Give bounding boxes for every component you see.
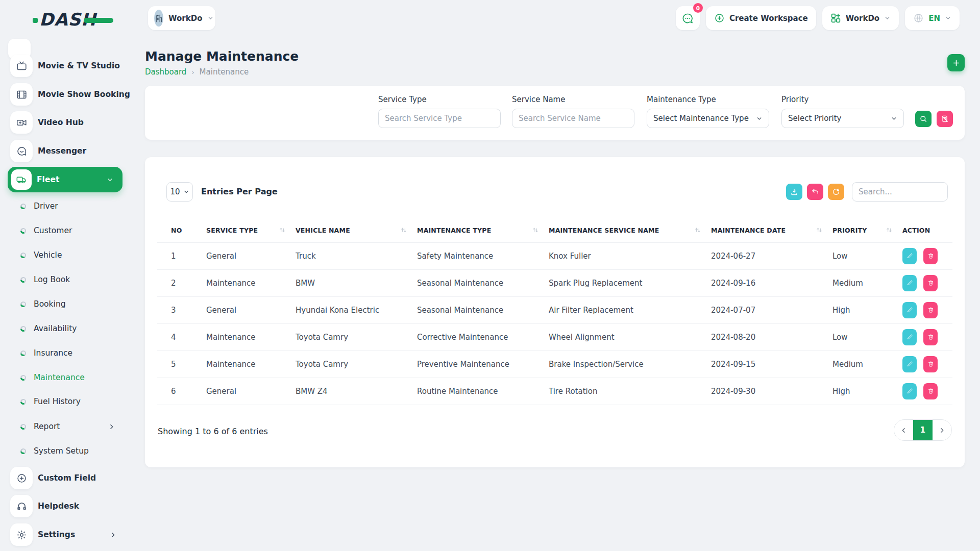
sidebar-item-messenger[interactable]: Messenger (0, 139, 131, 163)
sort-icon (695, 227, 701, 233)
undo-button[interactable] (807, 184, 823, 200)
next-page-button[interactable] (933, 419, 951, 441)
cell-vehicle-name: Truck (296, 242, 417, 269)
circle-bullet-icon (20, 448, 26, 454)
trash-icon (927, 280, 934, 286)
sidebar-item-vehicle[interactable]: Vehicle (0, 245, 131, 265)
circle-bullet-icon (20, 350, 26, 356)
page-number-current[interactable]: 1 (913, 419, 933, 441)
workspace-selector[interactable]: WorkDo (148, 6, 215, 30)
priority-select[interactable]: Select Priority (781, 109, 904, 128)
cell-service-type: General (206, 378, 296, 405)
sidebar-item-settings[interactable]: Settings (0, 522, 131, 547)
sidebar-item-insurance[interactable]: Insurance (0, 343, 131, 363)
column-header-no[interactable]: NO (157, 218, 206, 242)
cell-maintenance-service-name: Air Filter Replacement (549, 296, 711, 323)
chevron-down-icon (945, 15, 951, 21)
edit-button[interactable] (902, 356, 917, 372)
sidebar-item-availability[interactable]: Availability (0, 318, 131, 339)
film-icon (10, 83, 33, 106)
column-header-maintenance-date[interactable]: MAINTENANCE DATE (711, 218, 832, 242)
sidebar-item-booking[interactable]: Booking (0, 294, 131, 314)
workspace-menu-button[interactable]: WorkDo (822, 6, 899, 30)
service-type-input[interactable] (385, 114, 494, 123)
maintenance-type-select[interactable]: Select Maintenance Type (647, 109, 769, 128)
sidebar-item-fleet[interactable]: Fleet (8, 167, 122, 192)
cell-service-type: General (206, 242, 296, 269)
sidebar-item-report[interactable]: Report (0, 416, 131, 437)
cell-action (902, 242, 952, 269)
video-camera-icon (10, 111, 33, 134)
refresh-button[interactable] (828, 184, 844, 200)
circle-bullet-icon (20, 399, 26, 405)
column-header-priority[interactable]: PRIORITY (832, 218, 902, 242)
cell-no: 1 (157, 242, 206, 269)
delete-button[interactable] (923, 356, 938, 372)
globe-icon (913, 13, 924, 23)
cell-no: 6 (157, 378, 206, 405)
circle-bullet-icon (20, 277, 26, 283)
chevron-down-icon (756, 115, 763, 122)
column-header-service-type[interactable]: SERVICE TYPE (206, 218, 296, 242)
column-header-vehicle-name[interactable]: VEHICLE NAME (296, 218, 417, 242)
delete-button[interactable] (923, 329, 938, 345)
delete-button[interactable] (923, 383, 938, 399)
language-selector[interactable]: EN (905, 6, 960, 30)
service-name-input[interactable] (519, 114, 628, 123)
circle-bullet-icon (20, 375, 26, 381)
sidebar-item-video-hub[interactable]: Video Hub (0, 110, 131, 135)
breadcrumb-dashboard-link[interactable]: Dashboard (145, 67, 186, 77)
column-header-maintenance-service-name[interactable]: MAINTENANCE SERVICE NAME (549, 218, 711, 242)
trash-icon (927, 253, 934, 259)
sidebar-item-custom-field[interactable]: Custom Field (0, 466, 131, 490)
plus-icon (952, 59, 961, 67)
dash-logo[interactable]: DASH (33, 9, 113, 30)
sidebar-item-maintenance[interactable]: Maintenance (0, 367, 131, 388)
sort-icon (401, 227, 407, 233)
create-workspace-button[interactable]: Create Workspace (706, 6, 816, 30)
export-button[interactable] (786, 184, 802, 200)
cell-maintenance-service-name: Spark Plug Replacement (549, 269, 711, 296)
previous-page-button[interactable] (894, 419, 913, 441)
entries-per-page-select[interactable]: 10 (166, 182, 193, 202)
cell-maintenance-service-name: Tire Rotation (549, 378, 711, 405)
edit-button[interactable] (902, 329, 917, 345)
cell-maintenance-type: Safety Maintenance (417, 242, 549, 269)
cell-priority: High (832, 296, 902, 323)
chevron-down-icon (207, 15, 214, 21)
cell-maintenance-type: Seasonal Maintenance (417, 296, 549, 323)
delete-button[interactable] (923, 248, 938, 264)
tv-icon (10, 55, 33, 77)
sidebar-item-system-setup[interactable]: System Setup (0, 441, 131, 461)
clear-filter-button[interactable] (937, 111, 953, 127)
cell-maintenance-type: Seasonal Maintenance (417, 269, 549, 296)
sidebar-item-customer[interactable]: Customer (0, 220, 131, 241)
sidebar-item-movie-tv-studio[interactable]: Movie & TV Studio (0, 54, 131, 78)
sidebar-item-movie-show-booking[interactable]: Movie Show Booking (0, 82, 131, 107)
messages-button[interactable]: 0 (676, 6, 700, 30)
column-header-maintenance-type[interactable]: MAINTENANCE TYPE (417, 218, 549, 242)
message-count-badge: 0 (693, 3, 703, 13)
plus-circle-icon (10, 467, 33, 489)
table-search-input[interactable] (859, 187, 941, 196)
add-maintenance-button[interactable] (947, 54, 965, 71)
cell-priority: High (832, 378, 902, 405)
priority-label: Priority (781, 95, 904, 104)
sidebar-item-driver[interactable]: Driver (0, 196, 131, 216)
logo-dot (33, 18, 38, 23)
edit-button[interactable] (902, 383, 917, 399)
edit-button[interactable] (902, 302, 917, 318)
edit-button[interactable] (902, 275, 917, 291)
entries-per-page-label: Entries Per Page (201, 187, 278, 196)
table-row: 6 General BMW Z4 Routine Maintenance Tir… (157, 378, 952, 405)
filter-panel: Service Type Service Name Maintenance Ty… (145, 86, 965, 140)
edit-button[interactable] (902, 248, 917, 264)
apply-filter-button[interactable] (915, 111, 932, 127)
delete-button[interactable] (923, 302, 938, 318)
delete-button[interactable] (923, 275, 938, 291)
sidebar-item-helpdesk[interactable]: Helpdesk (0, 494, 131, 518)
sidebar-item-fuel-history[interactable]: Fuel History (0, 391, 131, 412)
circle-bullet-icon (20, 204, 26, 209)
sidebar-item-log-book[interactable]: Log Book (0, 269, 131, 290)
cell-priority: Low (832, 323, 902, 350)
